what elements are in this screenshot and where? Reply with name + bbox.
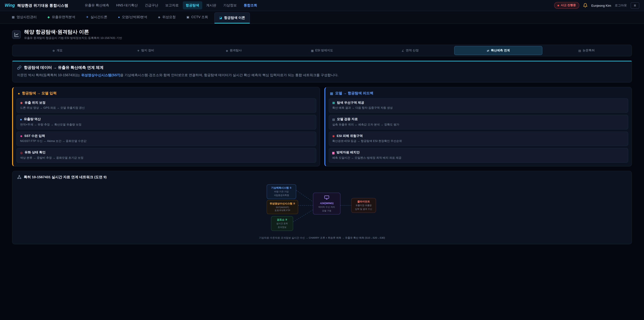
subnav-item-satellite-request[interactable]: ◈ 위성요청 <box>154 13 180 22</box>
subnav-label: 영상사진관리 <box>16 15 37 20</box>
card-row-desc: 예측 도달시간 → 오일펜스·방제정 최적 배치 좌표 제공 <box>332 156 624 160</box>
page-title: 해양 항공탐색·원격탐사 이론 <box>24 29 122 35</box>
chain-link-icon <box>17 66 22 70</box>
bar-chart-icon: ▆ <box>332 151 334 154</box>
tab-label: 개요 <box>56 48 62 53</box>
card-row-title-text: ESI 피해 위험구역 <box>337 134 363 138</box>
satellite-icon: ◈ <box>158 16 160 19</box>
tab-papers-patents[interactable]: ▤ 논문특허 <box>542 46 630 55</box>
nav-item-board[interactable]: 게시판 <box>203 1 219 10</box>
topbar: Wing 해양환경 위기대응 통합시스템 유출유 확산예측 HNS·대기확산 긴… <box>0 0 644 11</box>
tab-label: 논문특허 <box>582 48 595 53</box>
card-row-sst-input: ◆ SST 수온 입력 NGSST FTP 수신 → Akima 보간 → 풍화… <box>16 131 316 146</box>
card-aerial-to-model: ● 항공탐색 → 모델 입력 ◉ 유출 위치 보정 드론·위성 영상 → GPS… <box>12 87 320 166</box>
node-wing-server: 서버(WING) 데이터 수신·처리 모델 구동 <box>313 192 340 214</box>
subnav-item-realtime-drone[interactable]: ✈ 실시간드론 <box>82 13 112 22</box>
globe-icon: ⊕ <box>52 49 55 52</box>
card-row-title: ◉ ESI 피해 위험구역 <box>332 134 624 138</box>
card-left-title: 항공탐색 → 모델 입력 <box>22 91 57 96</box>
node-line: 바람·기온·기압 <box>269 190 294 193</box>
card-row-desc: 확산경로×ESI 등급 → 항공탐색 ESI 현장확인 우선순위 <box>332 139 624 143</box>
page-subtitle: 유출유 원격탐지·항공감시 기법·ESI 방제정보지도·등록특허 10-1567… <box>24 36 122 40</box>
node-line: 토호쿠대학 FTP <box>269 209 296 212</box>
subnav-item-aerial-theory[interactable]: ◪ 항공탐색 이론 <box>214 13 250 24</box>
node-title: 위성영상수신시스템 ② <box>269 202 296 205</box>
card-row-desc: 드론·위성 영상 → GPS 좌표 → 모델 유출지점 갱신 <box>20 106 312 110</box>
tab-remote-sensing[interactable]: ◈ 원격탐사 <box>190 46 278 55</box>
node-line: 유출지점·유출량 <box>354 204 373 207</box>
node-line: 실시간 조위 <box>274 222 290 225</box>
node-tide-station: 검조소 ③ 실시간 조위 조석정보 <box>271 216 293 231</box>
nav-item-hns-air[interactable]: HNS·대기확산 <box>113 1 141 10</box>
satellite-icon: ◈ <box>226 49 228 52</box>
nav-item-oil-spill-forecast[interactable]: 유출유 확산예측 <box>82 1 112 10</box>
brand: Wing 해양환경 위기대응 통합시스템 <box>5 3 68 8</box>
main-nav: 유출유 확산예측 HNS·대기확산 긴급구난 보고자료 항공탐색 게시판 기상정… <box>82 1 260 10</box>
card-row-title: ◆ SST 수온 입력 <box>20 134 312 138</box>
theory-tabbar: ⊕ 개요 ✈ 탐지 장비 ◈ 원격탐사 ▦ ESI 방제지도 ∠ 면적 산정 ⇄… <box>12 45 632 56</box>
app-logo: Wing <box>5 3 15 8</box>
antenna-icon: ● <box>18 91 20 95</box>
bell-icon <box>583 3 588 8</box>
subnav-label: 위성요청 <box>162 15 176 20</box>
document-icon: ▤ <box>578 49 581 52</box>
network-title: 특허 10-1567431 실시간 자료 연계 네트워크 (도면 9) <box>24 175 107 179</box>
node-line: 입력 및 결과 수신 <box>354 208 373 211</box>
nav-item-reports[interactable]: 보고자료 <box>162 1 182 10</box>
subnav-item-3d-ship-analysis[interactable]: ● 오염/선박3D분석 <box>114 13 152 22</box>
photo-icon: ▦ <box>12 16 14 19</box>
card-row-desc: 확산 예측 결과 → 다음 항차 집중구역 자동 생성 <box>332 106 624 110</box>
node-line: 데이터 수신·처리 <box>316 206 338 209</box>
network-diagram: 기상예측시스템 ① 바람·기온·기압 국립환경과학원 위성영상수신시스템 ② S… <box>267 184 377 232</box>
network-diagram-panel: 특허 10-1567431 실시간 자료 연계 네트워크 (도면 9) 기상예측… <box>12 171 632 244</box>
node-title: 클라이언트 <box>354 200 373 203</box>
tab-area-calculation[interactable]: ∠ 면적 산정 <box>366 46 454 55</box>
app-window: Wing 해양환경 위기대응 통합시스템 유출유 확산예측 HNS·대기확산 긴… <box>0 0 644 320</box>
card-row-desc: NGSST FTP 수신 → Akima 보간 → 풍화모델 수온값 <box>20 139 312 143</box>
nav-item-aerial-search[interactable]: 항공탐색 <box>183 1 202 10</box>
tab-label: 면적 산정 <box>406 48 419 53</box>
tab-detection-equipment[interactable]: ✈ 탐지 장비 <box>102 46 190 55</box>
network-icon <box>17 175 22 179</box>
volume-icon: ■ <box>20 118 22 121</box>
subnav-item-photo-management[interactable]: ▦ 영상사진관리 <box>8 13 41 22</box>
node-line: 모델 구동 <box>316 209 338 212</box>
node-title: 기상예측시스템 ① <box>269 186 294 189</box>
nav-item-rescue[interactable]: 긴급구난 <box>142 1 161 10</box>
incident-status-badge[interactable]: 사고 진행중 <box>554 2 579 9</box>
intro-body: 이문진 박사 특허(등록특허 10-1567431)는 위성영상수신시스템(SS… <box>17 73 627 78</box>
hamburger-menu-button[interactable]: ≡ <box>630 2 639 9</box>
subnav-label: 항공탐색 이론 <box>224 16 245 20</box>
card-row-title-text: SST 수온 입력 <box>24 134 45 138</box>
tab-esi-map[interactable]: ▦ ESI 방제지도 <box>278 46 366 55</box>
tab-label: 탐지 장비 <box>141 48 154 53</box>
chart-board-icon: ◪ <box>219 16 222 20</box>
nav-item-weather[interactable]: 기상정보 <box>220 1 240 10</box>
card-row-spill-position: ◉ 유출 위치 보정 드론·위성 영상 → GPS 좌표 → 모델 유출지점 갱… <box>16 98 316 113</box>
node-line: 조석정보 <box>274 226 290 229</box>
tab-forecast-linkage[interactable]: ⇄ 확산예측 연계 <box>454 46 542 55</box>
cctv-icon: ▣ <box>186 16 189 19</box>
card-row-title-text: 유화 상태 확인 <box>25 150 46 155</box>
pin-icon: ◉ <box>20 101 23 104</box>
subnav-item-oil-area-analysis[interactable]: ◆ 유출유면적분석 <box>43 13 80 22</box>
card-row-title-text: 탐색 우선구역 제공 <box>337 101 364 105</box>
subnav-item-cctv[interactable]: ▣ CCTV 조회 <box>182 13 212 22</box>
card-row-title: ◎ 유화 상태 확인 <box>20 150 312 155</box>
node-title: 검조소 ③ <box>274 218 290 221</box>
logout-button[interactable]: 로그아웃 <box>615 3 627 8</box>
card-row-title: ▆ 방제자원 배치안 <box>332 150 624 155</box>
notifications-button[interactable] <box>583 3 588 8</box>
ruler-icon: ∠ <box>402 49 404 52</box>
nav-item-integrated-search[interactable]: 통합조회 <box>241 1 260 10</box>
drone-icon: ✈ <box>86 16 88 19</box>
sst-system-link[interactable]: 위성영상수신시스템(SST) <box>81 73 120 77</box>
network-title-row: 특허 10-1567431 실시간 자료 연계 네트워크 (도면 9) <box>17 175 627 179</box>
tab-overview[interactable]: ⊕ 개요 <box>14 46 102 55</box>
subnav-label: 유출유면적분석 <box>52 15 75 20</box>
sub-nav: ▦ 영상사진관리 ◆ 유출유면적분석 ✈ 실시간드론 ● 오염/선박3D분석 ◈… <box>0 11 644 24</box>
node-weather-forecast-system: 기상예측시스템 ① 바람·기온·기압 국립환경과학원 <box>267 184 296 199</box>
card-row-desc: 실측 유출유 위치 ↔ 예측값 오차 분석 → 정확도 평가 <box>332 123 624 127</box>
linkage-intro-panel: 항공탐색 데이터 → 유출유 확산예측 연계 체계 이문진 박사 특허(등록특허… <box>12 61 632 82</box>
card-row-title: ◉ 유출 위치 보정 <box>20 101 312 105</box>
